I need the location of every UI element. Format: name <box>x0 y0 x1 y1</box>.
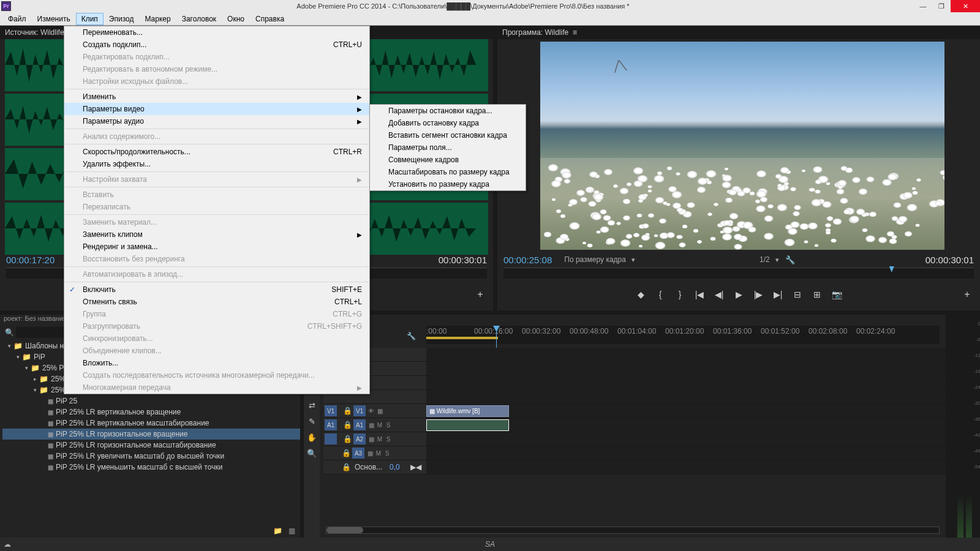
maximize-button[interactable]: ❐ <box>932 0 951 12</box>
menu-item[interactable]: ✓ВключитьSHIFT+E <box>64 283 369 296</box>
tree-item[interactable]: ▦PiP 25% LR уменьшить масштаб с высшей т… <box>2 462 300 473</box>
minimize-button[interactable]: — <box>914 0 932 12</box>
lift-icon[interactable]: ⊟ <box>792 289 803 300</box>
menu-справка[interactable]: Справка <box>250 13 290 25</box>
zoom-tool-icon[interactable]: 🔍 <box>306 447 318 459</box>
app-icon: Pr <box>1 1 11 11</box>
submenu-item[interactable]: Параметры поля... <box>370 141 526 154</box>
menu-заголовок[interactable]: Заголовок <box>176 13 222 25</box>
tree-item[interactable]: ▦PiP 25% LR вертикальное масштабирование <box>2 418 300 429</box>
wrench-icon[interactable]: 🔧 <box>785 255 795 264</box>
tree-item[interactable]: ▦PiP 25% LR увеличить масштаб до высшей … <box>2 451 300 462</box>
tree-item[interactable]: ▦PiP 25% LR горизонтальное вращение <box>2 429 300 440</box>
menu-item[interactable]: Скорость/продолжительность...CTRL+R <box>64 146 369 158</box>
new-item-icon[interactable]: ▦ <box>288 527 295 535</box>
ruler-tick: 00:00:16:00 <box>474 327 513 335</box>
step-back-icon[interactable]: ◀| <box>714 289 725 300</box>
menu-item: РазгруппироватьCTRL+SHIFT+G <box>64 320 369 332</box>
menu-item: Редактировать подклип... <box>64 51 369 63</box>
submenu-item[interactable]: Вставить сегмент остановки кадра <box>370 129 526 141</box>
menu-маркер[interactable]: Маркер <box>139 13 176 25</box>
menu-item[interactable]: Заменить клипом▶ <box>64 228 369 241</box>
titlebar: Pr Adobe Premiere Pro CC 2014 - C:\Польз… <box>0 0 980 12</box>
program-transport: ◆ { } |◀ ◀| ▶ |▶ ▶| ⊟ ⊞ 📷 + <box>497 286 980 303</box>
source-timecode-out: 00:00:30:01 <box>439 255 487 265</box>
extract-icon[interactable]: ⊞ <box>812 289 823 300</box>
submenu-item[interactable]: Параметры остановки кадра... <box>370 105 526 117</box>
timeline-ruler[interactable]: :00:0000:00:16:0000:00:32:0000:00:48:000… <box>426 326 940 344</box>
timeline-panel: ⌐ 🔧 :00:0000:00:16:0000:00:32:0000:00:48… <box>304 315 946 538</box>
clip-menu-dropdown: Переименовать...Создать подклип...CTRL+U… <box>64 26 370 394</box>
ruler-tick: :00:00 <box>426 327 447 335</box>
status-text: SA <box>485 540 495 549</box>
ruler-tick: 00:00:48:00 <box>570 327 608 335</box>
timeline-track[interactable]: A1🔒A1▦MS <box>323 418 946 432</box>
program-tab[interactable]: Программа: Wildlife ≡ <box>497 26 980 39</box>
add-button-icon[interactable]: + <box>962 289 973 300</box>
playhead[interactable] <box>496 326 497 348</box>
program-monitor[interactable]: ╱╲ <box>540 42 944 250</box>
timeline-track[interactable]: V1🔒V1👁▦▦ Wildlife.wmv [В] <box>323 404 946 418</box>
menu-item[interactable]: Изменить▶ <box>64 91 369 103</box>
menu-изменить[interactable]: Изменить <box>32 13 76 25</box>
video-clip[interactable]: ▦ Wildlife.wmv [В] <box>426 405 509 417</box>
submenu-item[interactable]: Добавить остановку кадра <box>370 117 526 129</box>
step-fwd-icon[interactable]: |▶ <box>753 289 764 300</box>
menu-файл[interactable]: Файл <box>2 13 32 25</box>
menu-item: Перезаписать <box>64 201 369 213</box>
menu-item: Редактировать в автономном режиме... <box>64 63 369 75</box>
tree-item[interactable]: ▦PiP 25% LR вертикальное вращение <box>2 407 300 418</box>
menu-клип[interactable]: Клип <box>76 13 104 25</box>
source-timecode-in[interactable]: 00:00:17:20 <box>6 255 55 265</box>
timeline-track[interactable]: 🔒A2▦MS <box>323 432 946 446</box>
resolution-dropdown[interactable]: 1/2 ▾ <box>760 255 779 264</box>
menu-item[interactable]: Удалить эффекты... <box>64 158 369 170</box>
menu-item: Анализ содержимого... <box>64 130 369 143</box>
menu-item[interactable]: Отменить связьCTRL+L <box>64 296 369 308</box>
timeline-scrollbar[interactable] <box>326 527 940 534</box>
settings-icon[interactable]: 🔧 <box>407 332 416 340</box>
menu-item[interactable]: Создать подклип...CTRL+U <box>64 39 369 51</box>
close-button[interactable]: ✕ <box>951 0 980 12</box>
menu-item[interactable]: Параметры аудио▶ <box>64 115 369 127</box>
program-timecode[interactable]: 00:00:25:08 <box>503 255 552 265</box>
menubar: ФайлИзменитьКлипЭпизодМаркерЗаголовокОкн… <box>0 12 980 26</box>
tree-item[interactable]: ▦PiP 25% LR горизонтальное масштабирован… <box>2 440 300 451</box>
submenu-item[interactable]: Установить по размеру кадра <box>370 178 526 190</box>
export-frame-icon[interactable]: 📷 <box>831 289 842 300</box>
meter-left <box>957 321 963 538</box>
menu-item: Синхронизировать... <box>64 332 369 345</box>
ruler-tick: 00:01:04:00 <box>617 327 656 335</box>
pen-tool-icon[interactable]: ✎ <box>306 415 318 427</box>
audio-clip[interactable] <box>426 419 509 431</box>
out-point-icon[interactable]: } <box>674 289 685 300</box>
sync-icon[interactable]: ☁ <box>4 540 11 549</box>
menu-item: Вставить <box>64 189 369 201</box>
goto-out-icon[interactable]: ▶| <box>772 289 783 300</box>
marker-icon[interactable]: ◆ <box>635 289 646 300</box>
play-icon[interactable]: ▶ <box>733 289 744 300</box>
ruler-tick: 00:01:52:00 <box>761 327 799 335</box>
menu-item[interactable]: Вложить... <box>64 357 369 369</box>
menu-item: Автоматизировать в эпизод... <box>64 268 369 280</box>
in-point-icon[interactable]: { <box>655 289 666 300</box>
program-duration: 00:00:30:01 <box>925 255 974 265</box>
slip-tool-icon[interactable]: ⇄ <box>306 399 318 411</box>
menu-item[interactable]: Рендеринг и замена... <box>64 241 369 253</box>
goto-in-icon[interactable]: |◀ <box>694 289 705 300</box>
video-params-submenu: Параметры остановки кадра...Добавить ост… <box>369 104 526 191</box>
zoom-fit-dropdown[interactable]: По размеру кадра ▾ <box>564 255 635 264</box>
menu-item: Настройки захвата▶ <box>64 173 369 186</box>
search-icon[interactable]: 🔍 <box>5 328 14 337</box>
tree-item[interactable]: ▦PiP 25 <box>2 395 300 407</box>
hand-tool-icon[interactable]: ✋ <box>306 431 318 443</box>
menu-item[interactable]: Параметры видео▶ <box>64 103 369 115</box>
menu-окно[interactable]: Окно <box>222 13 250 25</box>
submenu-item[interactable]: Совмещение кадров <box>370 154 526 166</box>
new-bin-icon[interactable]: 📁 <box>273 527 282 535</box>
add-button-icon[interactable]: + <box>475 289 486 300</box>
menu-item[interactable]: Переименовать... <box>64 26 369 39</box>
submenu-item[interactable]: Масштабировать по размеру кадра <box>370 166 526 178</box>
menu-эпизод[interactable]: Эпизод <box>104 13 140 25</box>
program-ruler[interactable] <box>503 268 974 279</box>
